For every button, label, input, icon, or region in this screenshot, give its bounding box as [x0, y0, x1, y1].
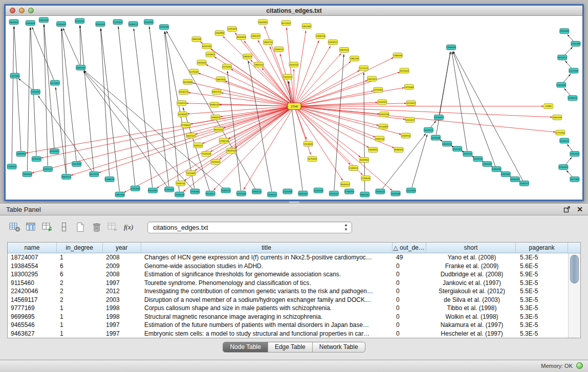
tab-edge-table[interactable]: Edge Table [268, 342, 313, 352]
graph-node[interactable]: 1948294 [447, 45, 456, 50]
graph-node[interactable]: 1959317 [328, 40, 337, 45]
graph-node[interactable]: 1961304 [39, 17, 48, 23]
rows-button[interactable] [56, 221, 72, 234]
graph-node[interactable]: 2275631 [222, 64, 231, 69]
graph-node[interactable]: 1275141 [189, 69, 199, 74]
graph-node[interactable]: 1514469 [379, 124, 388, 129]
graph-node[interactable]: 8104271 [179, 90, 188, 95]
graph-node[interactable]: 1659361 [360, 158, 369, 163]
graph-node[interactable]: 1096431 [492, 167, 501, 172]
graph-node[interactable]: 5905131 [62, 174, 71, 179]
graph-node[interactable]: 2254431 [57, 21, 66, 27]
graph-node[interactable]: 3067121 [186, 133, 195, 138]
graph-node[interactable]: 1765341 [190, 189, 200, 194]
graph-node[interactable]: 1963341 [501, 171, 510, 177]
graph-node[interactable]: 1411344 [236, 191, 246, 196]
graph-node[interactable]: 1895754 [375, 136, 384, 141]
graph-node[interactable]: 1963304 [23, 171, 32, 177]
graph-node[interactable]: 1819216 [473, 157, 483, 162]
graph-node[interactable]: 1959751 [401, 133, 410, 138]
graph-node[interactable]: 1963122 [252, 189, 262, 194]
network-window-titlebar[interactable]: citations_edges.txt [6, 6, 582, 16]
import-file-button[interactable] [105, 221, 121, 234]
graph-node[interactable]: 1554106 [160, 25, 169, 30]
graph-node[interactable]: 9025131 [90, 171, 99, 177]
graph-node[interactable]: 1664950 [258, 19, 268, 25]
network-canvas[interactable]: 2260883122544366409501961307196371215582… [6, 16, 582, 200]
graph-node[interactable]: 2154331 [144, 19, 153, 25]
graph-node[interactable]: 9130281 [148, 188, 157, 193]
graph-node[interactable]: 1558216 [316, 34, 325, 39]
graph-node[interactable]: 1531054 [314, 188, 323, 193]
graph-node[interactable]: 1758291 [345, 189, 354, 194]
graph-node[interactable]: 1123127 [43, 167, 52, 172]
graph-node[interactable]: 1235211 [268, 192, 277, 197]
graph-node[interactable]: 1963231 [360, 192, 369, 197]
graph-node[interactable]: 15958 [544, 104, 553, 109]
graph-node[interactable]: 7225441 [186, 170, 195, 176]
graph-node[interactable]: 1961181 [350, 56, 359, 61]
graph-node[interactable]: 1789541 [361, 176, 371, 181]
graph-node[interactable]: 9938131 [210, 102, 219, 107]
graph-node[interactable]: 1067427 [367, 76, 377, 81]
table-settings-button[interactable] [7, 221, 23, 234]
graph-node[interactable]: 1225443 [227, 27, 236, 32]
graph-node[interactable]: 9272471 [558, 55, 567, 60]
graph-node[interactable]: 1248151 [349, 166, 358, 171]
graph-node[interactable]: 1954738 [380, 112, 389, 117]
column-header-title[interactable]: title [141, 243, 393, 253]
graph-node[interactable]: 1961307 [251, 34, 260, 39]
maximize-button[interactable] [28, 8, 34, 13]
graph-node[interactable]: 9572372 [281, 20, 291, 26]
graph-node[interactable]: 1961344 [115, 192, 124, 197]
table-row[interactable]: 1938455462009Genome-wide association stu… [8, 262, 580, 271]
create-table-button[interactable] [73, 221, 88, 234]
graph-node[interactable]: 1811304 [302, 24, 311, 29]
table-row[interactable]: 911546021997Tourette syndrome. Phenomeno… [8, 279, 580, 288]
graph-node[interactable]: 1758214 [219, 138, 228, 143]
graph-node[interactable]: 1122334 [283, 189, 292, 194]
graph-node[interactable]: 1974549 [404, 84, 413, 90]
graph-node[interactable]: 1321611 [283, 74, 292, 79]
graph-node[interactable]: 1414133 [443, 141, 452, 146]
graph-node[interactable]: 1122455 [406, 188, 416, 193]
graph-node[interactable]: 1053122 [560, 138, 569, 143]
graph-node[interactable]: 2026051 [50, 149, 59, 154]
column-header-out_degree[interactable]: △ out_de… [393, 243, 426, 253]
graph-node[interactable]: 2242161 [570, 151, 579, 157]
graph-node[interactable]: 7635141 [176, 181, 185, 186]
graph-node[interactable]: 1630121 [193, 143, 203, 148]
graph-node[interactable]: 9245032 [510, 177, 519, 182]
graph-node[interactable]: 1235122 [165, 187, 174, 192]
graph-node[interactable]: 1427071 [424, 127, 433, 133]
graph-node[interactable]: 1679193 [431, 135, 440, 140]
graph-node[interactable]: 1531077 [519, 181, 529, 186]
graph-node[interactable]: 9245012 [340, 182, 350, 187]
table-vertical-scrollbar[interactable] [568, 253, 580, 338]
graph-node[interactable]: 1210643 [559, 165, 568, 170]
graph-node[interactable]: 1075314 [113, 19, 122, 25]
scrollbar-thumb[interactable] [570, 255, 579, 283]
table-row[interactable]: 1830029562008Estimation of significance … [8, 270, 580, 279]
import-table-button[interactable] [40, 221, 55, 234]
graph-node[interactable]: 1905413 [483, 162, 492, 167]
graph-node[interactable]: 1616212 [289, 62, 298, 67]
graph-node[interactable]: 1863511 [226, 148, 235, 154]
table-row[interactable]: 946362711997Embryonic stem cells: a mode… [8, 330, 580, 338]
graph-node[interactable]: 8096951 [394, 147, 403, 152]
function-builder-button[interactable]: f(x) [122, 221, 137, 234]
graph-node[interactable]: 1458621 [105, 177, 114, 182]
graph-node[interactable]: 1415436 [557, 82, 566, 87]
table-row[interactable]: 1456911722003Disruption of a novel membe… [8, 296, 580, 304]
graph-node[interactable]: 1235411 [32, 157, 41, 162]
graph-node[interactable]: 9285211 [221, 188, 230, 193]
graph-node[interactable]: 1531211 [463, 151, 472, 157]
column-header-short[interactable]: short [426, 243, 516, 253]
graph-node[interactable]: 2242101 [329, 191, 338, 196]
graph-node[interactable]: 1446121 [128, 21, 138, 27]
graph-node[interactable]: 1164191 [378, 100, 387, 105]
graph-node[interactable]: 1948216 [568, 96, 577, 101]
graph-node[interactable]: 7623411 [211, 160, 220, 165]
graph-node[interactable]: 1875105 [400, 68, 409, 73]
delete-table-button[interactable] [89, 221, 104, 234]
